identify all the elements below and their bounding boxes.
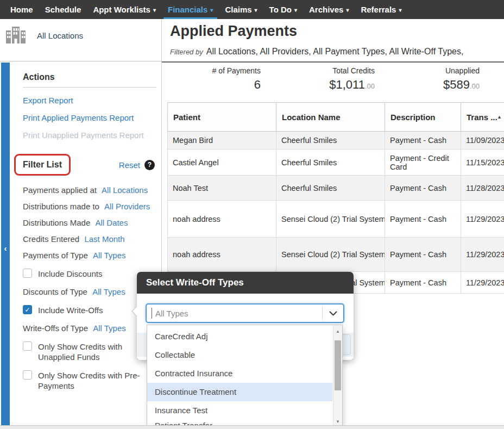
option-collectable[interactable]: Collectable [147, 346, 332, 364]
text-cursor [152, 308, 152, 319]
nav-item-schedule[interactable]: Schedule [39, 0, 87, 19]
cell-location: Cheerful Smiles [276, 132, 385, 150]
checkbox-label: Only Show Credits with Unapplied Funds [38, 341, 153, 362]
cell-location: Sensei Cloud (2) Trial System [276, 238, 385, 272]
summary-label: Total Credits [261, 66, 375, 75]
cell-description: Payment - Cash [385, 132, 461, 150]
scroll-up-icon[interactable]: ▲ [333, 329, 342, 334]
table-row[interactable]: Castiel Angel Cheerful Smiles Payment - … [168, 150, 504, 176]
filter-value-link[interactable]: All Dates [95, 218, 128, 227]
nav-label: Referrals [361, 5, 396, 14]
location-selector[interactable]: All Locations [5, 26, 83, 46]
filter-payments-applied-at: Payments applied at All Locations [23, 185, 157, 195]
dropdown-scrollbar[interactable]: ▲ ▼ [333, 325, 342, 428]
nav-item-archives[interactable]: Archives▾ [303, 0, 355, 19]
filter-label: Distributions Made [23, 218, 90, 227]
checkbox-box-checked[interactable]: ✓ [23, 305, 32, 314]
filter-label: Payments applied at [23, 185, 97, 195]
table-row[interactable]: noah address Sensei Cloud (2) Trial Syst… [168, 238, 504, 272]
nav-label: Schedule [45, 5, 81, 14]
option-discontinue-treatment[interactable]: Discontinue Treatment [147, 383, 332, 401]
writeoff-type-combobox[interactable]: All Types [146, 303, 344, 323]
cell-date: 11/28/2023 [461, 176, 504, 201]
sidebar-collapse-rail[interactable]: ‹ [1, 63, 10, 425]
nav-label: Archives [309, 5, 343, 14]
nav-item-appt-worklists[interactable]: Appt Worklists▾ [87, 0, 162, 19]
table-row[interactable]: noah address Sensei Cloud (2) Trial Syst… [168, 201, 504, 238]
nav-item-referrals[interactable]: Referrals▾ [355, 0, 407, 19]
collapse-chevron-icon[interactable]: ‹ [1, 244, 10, 253]
filter-value-link[interactable]: All Locations [102, 185, 148, 195]
cell-description: Payment - Cash [385, 272, 461, 294]
table-row[interactable]: Megan Bird Cheerful Smiles Payment - Cas… [168, 132, 504, 150]
summary-band: # of Payments 6 Total Credits $1,011.00 … [162, 61, 504, 101]
column-header-location[interactable]: Location Name [276, 103, 385, 132]
column-header-trans-date[interactable]: Trans ...▲ [461, 103, 504, 132]
filter-label: Distributions made to [23, 202, 99, 211]
filter-list-heading: Filter List [23, 160, 62, 169]
help-icon[interactable]: ? [144, 160, 155, 170]
scroll-down-icon[interactable]: ▼ [333, 419, 342, 424]
filter-credits-entered: Credits Entered Last Month [23, 234, 157, 244]
filter-value-link[interactable]: All Providers [104, 202, 150, 211]
nav-item-todo[interactable]: To Do▾ [263, 0, 303, 19]
checkbox-label: Only Show Credits with Pre-Payments [38, 370, 153, 391]
option-carecredit-adj[interactable]: CareCredit Adj [147, 327, 332, 346]
summary-value: $589.00 [375, 78, 480, 92]
cell-description: Payment - Cash [385, 176, 461, 201]
cell-date: 11/09/2023 [461, 132, 504, 150]
checkbox-label: Include Discounts [38, 269, 102, 279]
nav-label: To Do [269, 5, 292, 14]
summary-num-payments: # of Payments 6 [162, 66, 261, 101]
checkbox-box[interactable] [23, 269, 32, 278]
cell-patient: Megan Bird [168, 132, 276, 150]
nav-item-claims[interactable]: Claims▾ [219, 0, 263, 19]
location-label: All Locations [37, 31, 83, 40]
export-report-link[interactable]: Export Report [23, 96, 157, 105]
column-header-patient[interactable]: Patient [168, 103, 276, 132]
cell-date: 11/29/2023 [461, 272, 504, 294]
horizontal-scrollbar[interactable] [0, 425, 504, 429]
cell-description: Payment - Credit Card [385, 150, 461, 176]
nav-label: Claims [225, 5, 251, 14]
column-header-description[interactable]: Description [385, 103, 461, 132]
options-list: CareCredit Adj Collectable Contracted In… [147, 327, 332, 429]
chevron-down-icon[interactable] [323, 311, 343, 316]
nav-item-home[interactable]: Home [4, 0, 39, 19]
filter-label: Payments of Type [23, 251, 88, 260]
chevron-down-icon: ▾ [210, 7, 213, 13]
print-unapplied-payments-link: Print Unapplied Payments Report [23, 130, 157, 140]
writeoff-types-dropdown: CareCredit Adj Collectable Contracted In… [147, 325, 343, 429]
checkbox-box[interactable] [23, 341, 32, 351]
app: { "icons": { "caret": "▾", "sort_asc": "… [0, 0, 504, 429]
filter-value-link[interactable]: Last Month [84, 234, 124, 244]
print-applied-payments-link[interactable]: Print Applied Payments Report [23, 113, 157, 122]
nav-item-financials[interactable]: Financials▾ [162, 0, 219, 19]
filtered-by-prefix: Filtered by [170, 48, 203, 56]
cell-description: Payment - Cash [385, 201, 461, 238]
table-row[interactable]: Noah Test Cheerful Smiles Payment - Cash… [168, 176, 504, 201]
checkbox-box[interactable] [23, 370, 32, 380]
scrollbar-thumb[interactable] [335, 340, 341, 390]
checkbox-only-prepayments[interactable]: Only Show Credits with Pre-Payments [23, 370, 157, 391]
filter-value-link[interactable]: All Types [93, 251, 126, 260]
cell-patient: Castiel Angel [168, 150, 276, 176]
header-band: All Locations Applied Payments Filtered … [0, 19, 504, 61]
filter-value-link[interactable]: All Types [92, 287, 125, 296]
chevron-down-icon: ▾ [346, 7, 349, 13]
filter-distributions-made: Distributions Made All Dates [23, 218, 157, 228]
option-contracted-insurance[interactable]: Contracted Insurance [147, 364, 332, 383]
reset-link[interactable]: Reset [119, 160, 140, 170]
chevron-down-icon: ▾ [255, 7, 257, 13]
cell-patient: Noah Test [168, 176, 276, 201]
payments-table: Patient Location Name Description Trans … [167, 102, 504, 294]
cell-date: 11/29/2023 [461, 238, 504, 272]
sidebar: ‹ Actions Export Report Print Applied Pa… [0, 61, 161, 425]
option-insurance-test[interactable]: Insurance Test [147, 401, 332, 420]
filter-value-link[interactable]: All Types [93, 324, 126, 333]
nav-label: Home [10, 5, 33, 14]
cell-description: Payment - Cash [385, 238, 461, 272]
modal-title: Select Write-Off Types [137, 272, 354, 294]
filter-label: Write-Offs of Type [23, 324, 88, 333]
summary-value: $1,011.00 [261, 78, 375, 92]
